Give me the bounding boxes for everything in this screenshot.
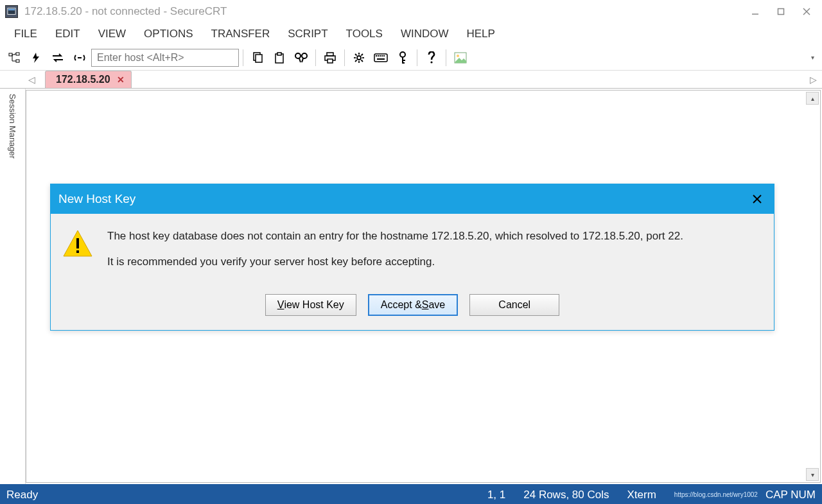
scroll-up-button[interactable]: ▴ (806, 92, 819, 105)
help-icon[interactable] (421, 48, 442, 68)
toolbar-separator (417, 49, 417, 66)
settings-icon[interactable] (349, 48, 369, 68)
svg-rect-31 (376, 55, 377, 56)
close-button[interactable] (794, 3, 819, 21)
status-dimensions: 24 Rows, 80 Cols (523, 489, 609, 501)
svg-rect-33 (380, 55, 381, 56)
keyboard-icon[interactable] (371, 48, 391, 68)
svg-point-41 (430, 61, 432, 63)
svg-line-28 (362, 54, 363, 56)
toolbar-separator (315, 49, 316, 66)
session-manager-label: Session Manager (8, 92, 17, 159)
toolbar-separator (344, 49, 345, 66)
tabstrip: ◁ 172.18.5.20 ✕ ▷ (0, 71, 822, 89)
tab-nav-right-icon[interactable]: ▷ (810, 74, 817, 85)
print-icon[interactable] (320, 48, 340, 68)
status-ready: Ready (6, 489, 38, 501)
reconnect-icon[interactable] (48, 48, 68, 68)
new-host-key-dialog: New Host Key The host key database does … (50, 184, 774, 331)
svg-rect-34 (381, 55, 383, 56)
toolbar-overflow-icon[interactable]: ▾ (807, 48, 818, 68)
dialog-title: New Host Key (58, 192, 136, 206)
svg-rect-7 (16, 53, 19, 55)
menu-window[interactable]: WINDOW (392, 25, 458, 43)
svg-line-17 (302, 58, 303, 62)
dialog-body: The host key database does not contain a… (51, 214, 774, 291)
statusbar: Ready 1, 1 24 Rows, 80 Cols Xterm https:… (0, 484, 822, 504)
menubar: FILE EDIT VIEW OPTIONS TRANSFER SCRIPT T… (0, 23, 822, 45)
status-terminal-type: Xterm (627, 489, 656, 501)
disconnect-icon[interactable] (69, 48, 90, 68)
dialog-buttons: View Host Key Accept & Save Cancel (51, 291, 774, 330)
svg-line-29 (355, 60, 357, 62)
watermark-text: https://blog.csdn.net/wry1002 (674, 491, 758, 498)
svg-rect-30 (374, 54, 387, 62)
menu-options[interactable]: OPTIONS (135, 25, 202, 43)
status-cursor-pos: 1, 1 (487, 489, 505, 501)
view-host-key-button[interactable]: View Host Key (265, 294, 356, 316)
svg-rect-8 (16, 60, 19, 62)
svg-rect-11 (256, 55, 262, 62)
dialog-close-button[interactable] (748, 190, 766, 208)
menu-help[interactable]: HELP (458, 25, 504, 43)
dialog-line2: It is recommended you verify your server… (107, 254, 683, 270)
svg-line-26 (355, 54, 357, 56)
tab-close-icon[interactable]: ✕ (117, 74, 125, 85)
dialog-line1: The host key database does not contain a… (107, 228, 683, 245)
svg-point-43 (457, 55, 459, 57)
menu-transfer[interactable]: TRANSFER (202, 25, 279, 43)
menu-tools[interactable]: TOOLS (337, 25, 392, 43)
menu-file[interactable]: FILE (5, 25, 46, 43)
svg-rect-35 (383, 55, 385, 56)
menu-script[interactable]: SCRIPT (279, 25, 337, 43)
svg-rect-13 (277, 53, 281, 55)
window-title: 172.18.5.20 - not connected - SecureCRT (24, 5, 742, 18)
session-tab-label: 172.18.5.20 (56, 74, 110, 85)
host-input[interactable] (91, 49, 239, 67)
toolbar-separator (446, 49, 446, 66)
menu-edit[interactable]: EDIT (46, 25, 89, 43)
window-titlebar: 172.18.5.20 - not connected - SecureCRT (0, 0, 822, 23)
svg-rect-36 (377, 58, 385, 60)
minimize-button[interactable] (742, 3, 768, 21)
svg-rect-48 (76, 250, 79, 253)
cancel-button[interactable]: Cancel (469, 294, 559, 316)
svg-rect-20 (328, 59, 333, 63)
image-icon[interactable] (450, 48, 471, 68)
svg-rect-32 (378, 55, 379, 56)
quick-connect-icon[interactable] (26, 48, 46, 68)
dialog-titlebar: New Host Key (51, 184, 774, 214)
session-tab[interactable]: 172.18.5.20 ✕ (45, 71, 132, 88)
svg-rect-3 (778, 9, 784, 15)
status-caps-num: CAP NUM (765, 489, 816, 501)
svg-rect-47 (76, 238, 79, 248)
svg-rect-1 (8, 9, 15, 11)
key-icon[interactable] (392, 48, 413, 68)
svg-line-16 (299, 58, 301, 62)
session-manager-panel[interactable]: Session Manager (0, 89, 26, 484)
session-tree-icon[interactable] (4, 48, 24, 68)
paste-icon[interactable] (269, 48, 290, 68)
svg-point-37 (400, 52, 405, 57)
scroll-down-button[interactable]: ▾ (806, 468, 819, 481)
accept-save-button[interactable]: Accept & Save (368, 294, 459, 316)
tab-nav-left-icon[interactable]: ◁ (28, 74, 35, 85)
find-icon[interactable] (291, 48, 311, 68)
app-icon (5, 5, 18, 18)
maximize-button[interactable] (768, 3, 794, 21)
menu-view[interactable]: VIEW (89, 25, 135, 43)
toolbar-separator (243, 49, 243, 66)
svg-point-21 (357, 56, 361, 60)
copy-icon[interactable] (247, 48, 268, 68)
warning-icon (62, 228, 93, 259)
toolbar: ▾ (0, 45, 822, 71)
svg-line-27 (362, 60, 363, 62)
dialog-text: The host key database does not contain a… (107, 228, 683, 279)
svg-point-15 (302, 53, 307, 58)
svg-rect-6 (9, 53, 12, 56)
svg-point-14 (295, 53, 301, 58)
